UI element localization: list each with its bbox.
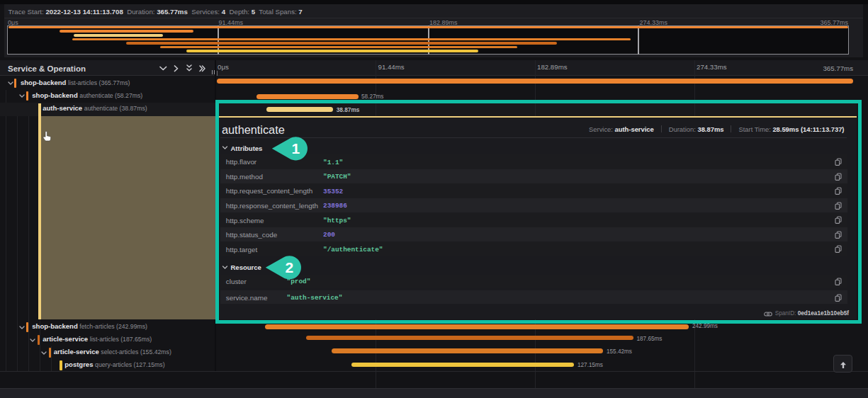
svg-text:1: 1 (291, 140, 300, 157)
svg-text:2: 2 (285, 259, 293, 275)
